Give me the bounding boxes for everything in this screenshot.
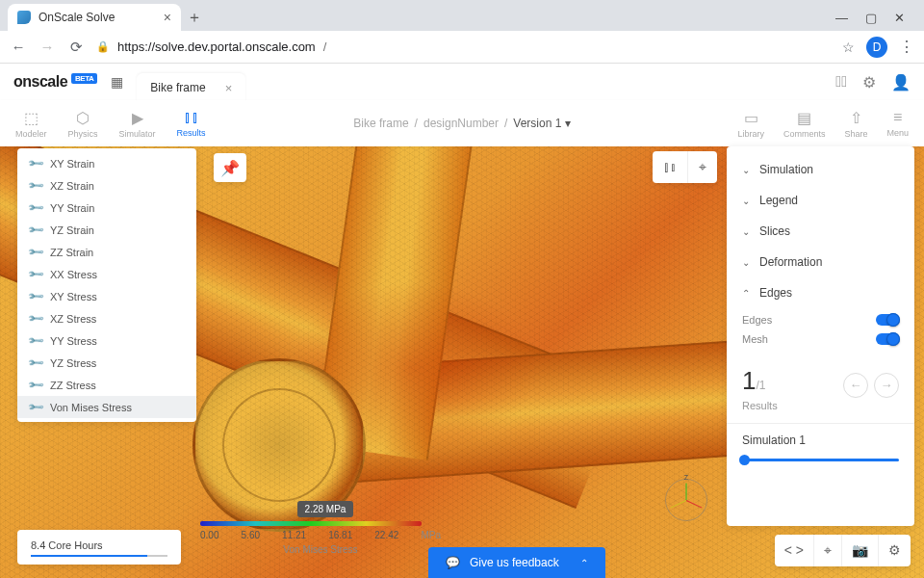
- axis-gizmo[interactable]: z: [662, 476, 710, 524]
- pin-icon: 📌: [220, 159, 240, 177]
- maximize-icon[interactable]: ▢: [865, 11, 877, 25]
- play-icon: ▶: [132, 109, 143, 127]
- browser-menu-icon[interactable]: ⋮: [899, 38, 914, 56]
- accordion-slices[interactable]: ⌄Slices: [727, 216, 914, 247]
- minimize-icon[interactable]: —: [835, 11, 848, 25]
- library-button[interactable]: ▭Library: [737, 109, 764, 139]
- physics-tab[interactable]: ⬡Physics: [68, 109, 98, 139]
- result-list-item[interactable]: 🔧ZZ Stress: [17, 374, 196, 396]
- help-icon[interactable]: ？⃝: [835, 73, 847, 92]
- browser-tab-strip: OnScale Solve × ＋ — ▢ ✕: [0, 0, 924, 31]
- fit-view-icon[interactable]: ⌖: [813, 535, 841, 566]
- result-item-label: XY Stress: [50, 291, 97, 302]
- wrench-icon: 🔧: [26, 287, 44, 305]
- properties-panel: ⌄Simulation ⌄Legend ⌄Slices ⌄Deformation…: [727, 146, 914, 526]
- accordion-deformation[interactable]: ⌄Deformation: [727, 247, 914, 277]
- result-index: 1: [742, 366, 756, 395]
- simulation-select[interactable]: Simulation 1: [727, 423, 914, 453]
- result-item-label: YY Strain: [50, 202, 94, 214]
- result-item-label: YY Stress: [50, 335, 97, 347]
- main-toolbar: ⬚Modeler ⬡Physics ▶Simulator ⫿⫿Results B…: [0, 100, 924, 146]
- camera-icon[interactable]: 📷: [841, 535, 878, 566]
- result-list-item[interactable]: 🔧XZ Stress: [17, 307, 196, 329]
- share-button[interactable]: ⇧Share: [844, 109, 867, 139]
- legend-tick: 22.42: [374, 530, 398, 540]
- address-bar[interactable]: 🔒 https://solve.dev.portal.onscale.com/: [96, 39, 831, 54]
- new-tab-button[interactable]: ＋: [181, 4, 208, 31]
- breadcrumb-item[interactable]: designNumber: [424, 117, 499, 130]
- modeler-tab[interactable]: ⬚Modeler: [15, 109, 47, 139]
- close-icon[interactable]: ×: [164, 10, 171, 25]
- result-list-item[interactable]: 🔧XX Stress: [17, 263, 196, 285]
- menu-icon: ≡: [893, 109, 902, 126]
- result-list-item[interactable]: 🔧YZ Stress: [17, 352, 196, 374]
- comments-button[interactable]: ▤Comments: [783, 109, 826, 139]
- legend-tick: 0.00: [200, 530, 218, 540]
- accordion-edges[interactable]: ⌃Edges: [727, 277, 914, 308]
- forward-icon[interactable]: →: [38, 39, 56, 55]
- result-list-item[interactable]: 🔧Von Mises Stress: [17, 396, 196, 418]
- simulation-slider[interactable]: [742, 459, 899, 461]
- result-list-item[interactable]: 🔧XY Stress: [17, 285, 196, 307]
- beta-badge: BETA: [71, 73, 97, 84]
- legend-label: Von Mises Stress: [200, 544, 441, 555]
- profile-avatar[interactable]: D: [866, 37, 887, 58]
- menu-button[interactable]: ≡Menu: [886, 109, 909, 139]
- result-list-item[interactable]: 🔧XY Strain: [17, 152, 196, 174]
- account-icon[interactable]: 👤: [891, 73, 911, 92]
- core-hours-bar: [31, 555, 167, 557]
- result-total: /1: [756, 379, 765, 392]
- breadcrumb-current[interactable]: Version 1 ▾: [513, 117, 570, 130]
- result-list-item[interactable]: 🔧YY Strain: [17, 197, 196, 219]
- browser-tab[interactable]: OnScale Solve ×: [8, 4, 181, 31]
- apps-grid-icon[interactable]: ▦: [111, 74, 123, 90]
- next-result-button[interactable]: →: [874, 373, 899, 398]
- atom-icon: ⬡: [76, 109, 90, 127]
- core-hours-panel[interactable]: 8.4 Core Hours: [17, 530, 181, 565]
- pin-button[interactable]: 📌: [214, 153, 246, 182]
- gear-icon[interactable]: ⚙: [878, 535, 911, 566]
- chevron-down-icon: ⌄: [742, 226, 750, 237]
- mesh-toggle[interactable]: [876, 333, 899, 345]
- accordion-legend[interactable]: ⌄Legend: [727, 185, 914, 216]
- comments-icon: ▤: [797, 109, 811, 127]
- calendar-icon: ▭: [744, 109, 758, 127]
- legend-tick: 11.21: [282, 530, 306, 540]
- settings-sliders-icon[interactable]: ⚙: [862, 73, 876, 92]
- tab-favicon-icon: [17, 11, 31, 24]
- wrench-icon: 🔧: [26, 243, 44, 261]
- toggle-label: Edges: [742, 314, 772, 326]
- result-list-item[interactable]: 🔧XZ Strain: [17, 174, 196, 197]
- simulator-tab[interactable]: ▶Simulator: [119, 109, 156, 139]
- result-list-item[interactable]: 🔧YY Stress: [17, 329, 196, 352]
- browser-toolbar: ← → ⟳ 🔒 https://solve.dev.portal.onscale…: [0, 31, 924, 64]
- result-list-item[interactable]: 🔧YZ Strain: [17, 219, 196, 241]
- legend-tick: 16.81: [328, 530, 352, 540]
- breadcrumb: Bike frame / designNumber / Version 1 ▾: [353, 117, 570, 130]
- reload-icon[interactable]: ⟳: [67, 39, 85, 56]
- close-icon[interactable]: ×: [225, 81, 233, 95]
- result-list-item[interactable]: 🔧ZZ Strain: [17, 241, 196, 263]
- chart-icon[interactable]: ⫿⫾: [653, 151, 687, 183]
- feedback-button[interactable]: 💬 Give us feedback ⌃: [428, 547, 605, 578]
- file-tab[interactable]: Bike frame ×: [137, 73, 245, 103]
- tab-title: OnScale Solve: [38, 11, 115, 24]
- viewport-bottom-tools: < > ⌖ 📷 ⚙: [775, 535, 911, 566]
- close-window-icon[interactable]: ✕: [894, 11, 905, 25]
- core-hours-text: 8.4 Core Hours: [31, 539, 167, 551]
- wrench-icon: 🔧: [26, 176, 44, 195]
- accordion-simulation[interactable]: ⌄Simulation: [727, 154, 914, 185]
- back-icon[interactable]: ←: [10, 39, 27, 55]
- prev-result-button[interactable]: ←: [843, 373, 868, 398]
- code-icon[interactable]: < >: [775, 535, 813, 566]
- focus-icon[interactable]: ⌖: [687, 151, 717, 183]
- wrench-icon: 🔧: [26, 265, 44, 283]
- edges-toggle[interactable]: [876, 314, 899, 326]
- legend-gradient[interactable]: [200, 521, 422, 526]
- app-logo[interactable]: onscale BETA: [13, 73, 97, 91]
- window-controls: — ▢ ✕: [835, 4, 916, 31]
- results-tab[interactable]: ⫿⫿Results: [177, 109, 206, 139]
- breadcrumb-item[interactable]: Bike frame: [353, 117, 408, 130]
- bookmark-icon[interactable]: ☆: [842, 39, 855, 55]
- share-icon: ⇧: [850, 109, 862, 127]
